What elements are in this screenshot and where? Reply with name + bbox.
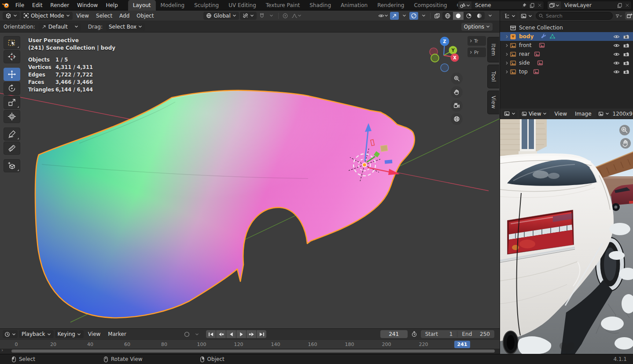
hide-eye-icon[interactable] [613,60,620,66]
tab-animation[interactable]: Animation [336,0,372,11]
keying-menu[interactable]: Keying [55,330,84,338]
menu-view[interactable]: View [74,13,92,19]
image-pan-button[interactable] [620,138,631,149]
camera-view-button[interactable] [451,100,463,112]
outliner-row-rear[interactable]: rear [500,50,633,58]
preview-range-toggle[interactable] [410,330,419,338]
image-editor-type-button[interactable] [502,110,517,118]
xray-toggle[interactable] [433,12,442,20]
image-zoom-button[interactable] [619,125,630,135]
shading-wireframe-button[interactable] [442,12,453,20]
transform-orientation-dropdown[interactable]: Global [203,12,239,20]
shading-material-button[interactable] [464,12,474,20]
shading-dropdown[interactable] [486,12,494,20]
image-mode-dropdown[interactable]: View [519,110,549,118]
image-browse-button[interactable] [596,110,611,118]
tool-cursor[interactable] [4,50,20,63]
jump-to-end-button[interactable] [257,330,266,338]
tool-annotate[interactable] [4,127,20,141]
render-visibility-icon[interactable] [623,33,629,40]
sidebar-tab-view[interactable]: View [487,91,499,114]
expand-icon[interactable] [504,35,510,39]
modifier-wrench-icon[interactable] [541,33,547,40]
shading-rendered-button[interactable] [474,12,485,20]
zoom-button[interactable] [451,73,463,84]
new-viewlayer-icon[interactable] [615,3,623,8]
object-name[interactable]: top [519,69,528,75]
tab-compositing[interactable]: Compositing [409,0,452,11]
expand-icon[interactable] [504,61,510,65]
expand-icon[interactable] [504,52,510,56]
gizmo-dropdown[interactable] [400,12,409,20]
visibility-dropdown[interactable] [377,12,389,20]
blender-logo-icon[interactable] [0,1,11,9]
tool-add-cube[interactable] [4,159,20,172]
outliner-search-input[interactable] [536,12,613,20]
collection-name[interactable]: Scene Collection [519,25,563,31]
tab-modeling[interactable]: Modeling [156,0,190,11]
collapsed-panel-properties[interactable]: Pr [467,47,486,57]
menu-file[interactable]: File [11,2,28,8]
hide-eye-icon[interactable] [613,69,620,75]
object-name[interactable]: side [519,60,530,66]
image-data-icon[interactable] [539,42,545,48]
pivot-point-dropdown[interactable] [240,12,257,20]
new-collection-button[interactable] [625,12,633,20]
options-dropdown[interactable]: Options [461,23,493,31]
jump-to-start-button[interactable] [206,330,216,338]
menu-view[interactable]: View [85,331,103,337]
navigation-gizmo[interactable]: Z Y X [430,37,459,72]
display-mode-dropdown[interactable] [519,12,534,20]
tool-measure[interactable] [4,142,20,155]
image-name[interactable]: 1200x9 [613,111,633,117]
collapsed-panel-transform[interactable]: Tr [467,36,486,46]
tab-uv-editing[interactable]: UV Editing [224,0,261,11]
object-name[interactable]: front [519,42,532,48]
reference-photo[interactable] [500,119,633,354]
end-frame-field[interactable]: End 250 [457,331,494,337]
prev-keyframe-button[interactable] [216,330,226,338]
pin-scene-icon[interactable] [520,3,528,8]
tab-sculpting[interactable]: Sculpting [189,0,224,11]
menu-help[interactable]: Help [102,2,121,8]
shading-solid-button[interactable] [453,12,464,20]
mesh-data-icon[interactable] [549,33,556,40]
menu-image[interactable]: Image [572,111,595,117]
menu-render[interactable]: Render [46,2,73,8]
current-frame-field[interactable]: 241 [380,330,408,338]
tab-layout[interactable]: Layout [128,0,156,11]
render-visibility-icon[interactable] [623,42,629,49]
axis-negative-z-ball[interactable] [441,64,449,72]
menu-marker[interactable]: Marker [105,331,129,337]
overlays-dropdown[interactable] [419,12,428,20]
hide-eye-icon[interactable] [613,33,620,40]
tool-scale[interactable] [4,96,20,109]
menu-window[interactable]: Window [73,2,102,8]
mode-dropdown[interactable]: Object Mode [21,12,73,20]
timeline-scrollbar[interactable] [11,349,495,353]
gizmo-plane-z[interactable] [385,160,393,164]
viewlayer-name[interactable]: ViewLayer [561,2,615,8]
tab-shading[interactable]: Shading [305,0,336,11]
scene-browse-button[interactable] [458,1,471,9]
playhead-badge[interactable]: 241 [454,341,470,348]
next-keyframe-button[interactable] [247,330,256,338]
image-data-icon[interactable] [534,51,540,57]
object-name[interactable]: rear [519,51,530,57]
tool-transform[interactable] [4,110,20,123]
image-data-icon[interactable] [537,60,543,66]
timeline-editor-type-button[interactable] [3,330,18,338]
auto-keying-toggle[interactable] [182,330,191,338]
outliner-row-body[interactable]: body [500,32,633,41]
sidebar-tab-tool[interactable]: Tool [487,65,499,88]
tool-rotate[interactable] [4,82,20,95]
outliner-row-side[interactable]: side [500,58,633,67]
object-name[interactable]: body [519,33,534,40]
expand-icon[interactable] [504,70,510,74]
tool-select-box[interactable] [4,36,20,49]
unlink-scene-icon[interactable] [536,3,544,8]
timeline-ruler[interactable]: 0 20 40 60 80 100 120 140 160 180 200 22… [0,339,500,349]
pan-button[interactable] [451,86,463,98]
menu-select[interactable]: Select [93,13,115,19]
axis-negative-y-ball[interactable] [431,54,439,62]
